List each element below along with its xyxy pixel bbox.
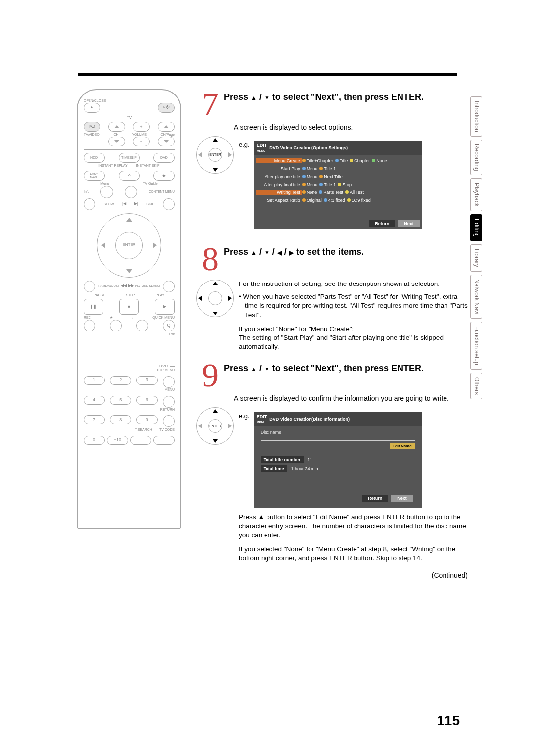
rec-button bbox=[84, 320, 95, 331]
remote-control-illustration: OPEN/CLOSE ▲I/⏻ TV I/⏻ ＋ TV/VIDEO CH VOL… bbox=[77, 89, 181, 529]
page-number: 115 bbox=[437, 713, 460, 729]
tv-section-label: TV bbox=[127, 116, 132, 120]
vol-dn-button: － bbox=[133, 137, 150, 146]
content-menu-button bbox=[163, 198, 175, 210]
top-menu-button bbox=[163, 376, 175, 388]
tab-function-setup: Function setup bbox=[470, 322, 482, 370]
dpad-mini-8 bbox=[196, 280, 234, 317]
step-7: 7 Press / to select "Next", then press E… bbox=[196, 89, 470, 119]
step-9-desc: A screen is displayed to confirm the inf… bbox=[234, 394, 470, 403]
stop-button: ■ bbox=[119, 299, 139, 315]
osd-row: Writing TestNoneParts TestAll Test bbox=[256, 189, 420, 196]
step-9-p1: Press ▲ button to select "Edit Name" and… bbox=[239, 513, 470, 540]
disc-name-field bbox=[261, 436, 415, 441]
total-time-label: Total time bbox=[261, 465, 287, 472]
osd-row: Start PlayMenuTitle 1 bbox=[256, 165, 420, 173]
osd-option-settings: EDITMENUDVD Video Creation(Option Settin… bbox=[254, 141, 422, 229]
num-1: 1 bbox=[84, 376, 105, 385]
osd1-next: Next bbox=[398, 220, 420, 227]
chpage-label: CH/Page bbox=[161, 133, 175, 137]
disc-name-label: Disc name bbox=[261, 430, 415, 435]
info-label: Info bbox=[84, 190, 89, 194]
side-tabs: IntroductionRecordingPlaybackEditingLibr… bbox=[470, 96, 482, 402]
tab-editing: Editing bbox=[470, 214, 482, 241]
slow-label: SLOW bbox=[104, 202, 114, 206]
tvvideo-label: TV/VIDEO bbox=[84, 133, 100, 137]
stop-label: STOP bbox=[126, 293, 135, 297]
eg-label-9: e.g. bbox=[239, 412, 250, 420]
enter-button-illustration: ENTER bbox=[115, 232, 143, 259]
picture-search-label: PICTURE SEARCH bbox=[135, 284, 161, 288]
num-4: 4 bbox=[84, 396, 105, 405]
quick-menu-label: QUICK MENU bbox=[152, 316, 175, 320]
step-8-p3: If you select "None" for "Menu Create": … bbox=[239, 325, 470, 352]
skip-label: SKIP bbox=[146, 202, 154, 206]
frame-adjust-label: FRAME/ADJUST bbox=[97, 284, 120, 288]
step-number-8: 8 bbox=[196, 244, 224, 274]
dvd-button: DVD bbox=[153, 153, 175, 163]
step-9: 9 Press / to select "Next", then press E… bbox=[196, 360, 470, 390]
num-3: 3 bbox=[136, 376, 158, 385]
quick-menu-button: Q bbox=[163, 320, 175, 331]
tab-playback: Playback bbox=[470, 178, 482, 211]
content-menu-label: CONTENT MENU bbox=[149, 190, 175, 193]
num-0: 0 bbox=[84, 436, 105, 445]
osd1-title: DVD Video Creation(Option Settings) bbox=[269, 145, 348, 150]
instant-replay-label: INSTANT REPLAY bbox=[98, 164, 127, 168]
num-5: 5 bbox=[110, 396, 131, 405]
tvcode-button bbox=[153, 436, 175, 445]
num-9: 9 bbox=[136, 415, 158, 424]
total-title-number-label: Total title number bbox=[261, 456, 304, 463]
header-rule bbox=[78, 73, 457, 76]
osd-row: Set Aspect RatioOriginal4:3 fixed16:9 fi… bbox=[256, 196, 420, 204]
instant-replay-button: ↶ bbox=[119, 171, 140, 181]
dvd-menu-button bbox=[163, 396, 175, 408]
easynavi-button: EASY NAVI bbox=[84, 171, 105, 181]
top-menu-label: TOP MENU bbox=[84, 368, 175, 372]
osd-row: After play one titleMenuNext Title bbox=[256, 173, 420, 181]
eg-label-7: e.g. bbox=[239, 141, 250, 148]
tab-recording: Recording bbox=[470, 140, 482, 176]
osd1-return: Return bbox=[369, 220, 395, 227]
total-time-value: 1 hour 24 min. bbox=[291, 466, 320, 471]
step-7-heading: Press / to select "Next", then press ENT… bbox=[224, 92, 470, 102]
tab-network-navi: Network Navi bbox=[470, 275, 482, 319]
step-7-desc: A screen is displayed to select options. bbox=[234, 123, 470, 132]
chpage-dn-button bbox=[158, 137, 175, 146]
vol-up-button: ＋ bbox=[133, 122, 150, 132]
step-8-p2: • When you have selected "Parts Test" or… bbox=[239, 292, 470, 320]
play-button: ▶ bbox=[155, 299, 175, 315]
total-title-number-value: 11 bbox=[308, 457, 312, 462]
tvguide-button bbox=[125, 186, 137, 198]
timeslip-button: TIMESLIP bbox=[119, 153, 140, 163]
num-6: 6 bbox=[136, 396, 158, 405]
tsearch-label: T.SEARCH bbox=[135, 428, 152, 432]
tv-power-button: I/⏻ bbox=[84, 122, 100, 132]
instant-skip-label: INSTANT SKIP bbox=[136, 164, 160, 168]
osd2-title: DVD Video Creation(Disc Information) bbox=[269, 417, 350, 422]
menu-label: Menu bbox=[100, 182, 109, 186]
dpad-illustration: ENTER bbox=[97, 213, 161, 278]
edit-name-button: Edit Name bbox=[390, 443, 415, 449]
return-button bbox=[163, 415, 175, 427]
tsearch-button bbox=[130, 436, 151, 445]
osd-row: After play final titleMenuTitle 1Stop bbox=[256, 181, 420, 189]
osd-row: Menu CreateTitle+ChapterTitleChapterNone bbox=[256, 157, 420, 165]
eject-button: ▲ bbox=[84, 103, 100, 113]
step-8-heading: Press / / / to set the items. bbox=[224, 247, 470, 257]
step-9-p2: If you selected "None" for "Menu Create"… bbox=[239, 545, 470, 563]
hdd-button: HDD bbox=[84, 153, 105, 163]
step-number-9: 9 bbox=[196, 360, 224, 390]
instant-skip-button: ·▶ bbox=[153, 171, 175, 181]
dpad-mini-7: ENTER bbox=[196, 136, 234, 174]
osd-disc-info: EDITMENUDVD Video Creation(Disc Informat… bbox=[254, 412, 422, 508]
tab-library: Library bbox=[470, 244, 482, 272]
step-9-heading: Press / to select "Next", then press ENT… bbox=[224, 363, 470, 374]
pause-label: PAUSE bbox=[94, 293, 105, 297]
plus10-button: +10 bbox=[107, 436, 128, 445]
volume-label: VOLUME bbox=[132, 133, 147, 137]
step-number-7: 7 bbox=[196, 89, 224, 119]
ch-label: CH bbox=[113, 133, 118, 137]
picture-search-button bbox=[163, 281, 175, 292]
num-7: 7 bbox=[84, 415, 105, 424]
